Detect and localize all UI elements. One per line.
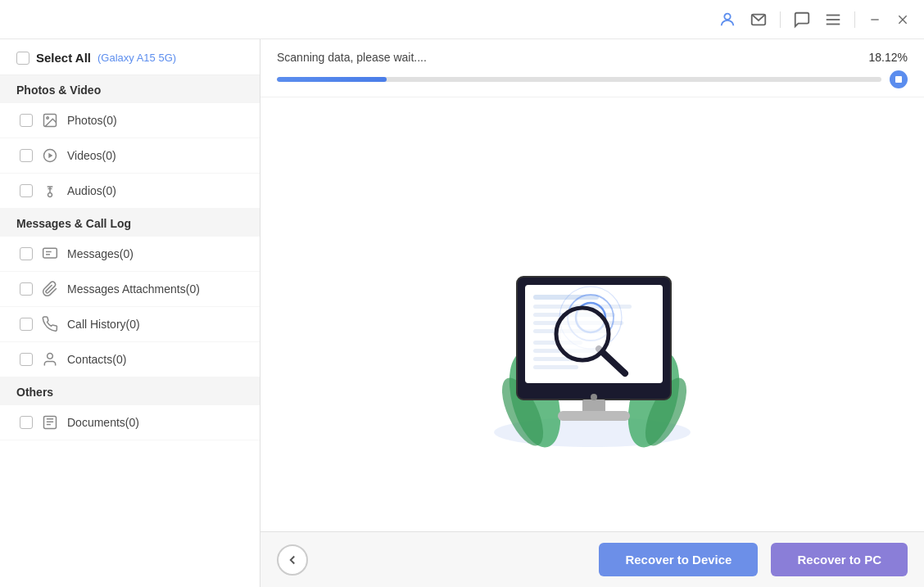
svg-point-12 — [48, 193, 52, 197]
photos-label: Photos(0) — [67, 114, 117, 127]
select-all-checkbox[interactable] — [16, 52, 29, 65]
stop-button[interactable] — [890, 70, 908, 88]
messages-label: Messages(0) — [67, 247, 134, 260]
svg-rect-40 — [582, 400, 605, 413]
title-bar-icons — [718, 10, 911, 29]
attachments-checkbox[interactable] — [20, 282, 33, 296]
photos-checkbox[interactable] — [20, 114, 33, 127]
svg-point-17 — [48, 354, 53, 359]
contacts-label: Contacts(0) — [67, 353, 126, 366]
svg-point-39 — [556, 308, 609, 360]
sidebar-item-audios[interactable]: Audios(0) — [0, 174, 260, 209]
menu-icon[interactable] — [823, 10, 843, 29]
divider2 — [854, 11, 855, 28]
svg-point-0 — [724, 13, 730, 19]
progress-header: Scanning data, please wait.... 18.12% — [277, 51, 908, 64]
video-icon — [41, 147, 59, 165]
svg-marker-11 — [48, 153, 52, 159]
minimize-button[interactable] — [867, 11, 883, 28]
svg-rect-41 — [558, 411, 630, 421]
svg-rect-14 — [43, 248, 57, 258]
back-button[interactable] — [277, 544, 308, 576]
contact-icon — [41, 350, 59, 368]
select-all-label: Select All — [36, 51, 91, 65]
scanning-text: Scanning data, please wait.... — [277, 51, 427, 64]
sidebar: Select All (Galaxy A15 5G) Photos & Vide… — [0, 39, 260, 587]
mail-icon[interactable] — [749, 10, 768, 29]
svg-point-42 — [591, 394, 597, 400]
attachment-icon — [41, 280, 59, 298]
videos-checkbox[interactable] — [20, 149, 33, 162]
photo-icon — [41, 111, 59, 129]
chat-icon[interactable] — [792, 10, 812, 29]
msg-attachments-label: Messages Attachments(0) — [67, 282, 200, 296]
call-history-checkbox[interactable] — [20, 318, 33, 331]
audios-checkbox[interactable] — [20, 184, 33, 197]
messages-checkbox[interactable] — [20, 247, 33, 260]
device-label: (Galaxy A15 5G) — [97, 52, 176, 64]
document-icon — [41, 413, 59, 431]
phone-icon — [41, 315, 59, 333]
stop-icon — [895, 76, 902, 83]
progress-fill — [277, 77, 387, 82]
close-button[interactable] — [895, 11, 911, 28]
message-icon — [41, 245, 59, 263]
svg-rect-18 — [44, 417, 57, 429]
videos-label: Videos(0) — [67, 149, 116, 162]
sidebar-item-documents[interactable]: Documents(0) — [0, 405, 260, 440]
documents-checkbox[interactable] — [20, 416, 33, 429]
bottom-bar: Recover to Device Recover to PC — [260, 531, 924, 587]
percent-text: 18.12% — [869, 51, 908, 64]
main-container: Select All (Galaxy A15 5G) Photos & Vide… — [0, 39, 924, 587]
select-all-row[interactable]: Select All (Galaxy A15 5G) — [0, 39, 260, 75]
recover-to-pc-button[interactable]: Recover to PC — [771, 543, 908, 576]
content-area: Scanning data, please wait.... 18.12% — [260, 39, 924, 587]
progress-track — [277, 77, 881, 82]
audios-label: Audios(0) — [67, 184, 116, 197]
illustration-area — [260, 97, 924, 587]
sidebar-item-messages[interactable]: Messages(0) — [0, 237, 260, 272]
divider — [780, 11, 781, 28]
sidebar-item-msg-attachments[interactable]: Messages Attachments(0) — [0, 272, 260, 307]
category-messages: Messages & Call Log — [0, 209, 260, 237]
audio-icon — [41, 182, 59, 200]
user-icon[interactable] — [718, 10, 737, 29]
category-others: Others — [0, 377, 260, 405]
call-history-label: Call History(0) — [67, 318, 140, 331]
documents-label: Documents(0) — [67, 416, 139, 429]
sidebar-item-photos[interactable]: Photos(0) — [0, 103, 260, 138]
sidebar-item-call-history[interactable]: Call History(0) — [0, 307, 260, 342]
recover-to-device-button[interactable]: Recover to Device — [599, 543, 758, 576]
svg-point-9 — [47, 117, 49, 120]
sidebar-item-contacts[interactable]: Contacts(0) — [0, 342, 260, 377]
category-photos-video: Photos & Video — [0, 75, 260, 103]
progress-row — [277, 70, 908, 88]
scanning-illustration — [461, 228, 723, 457]
progress-area: Scanning data, please wait.... 18.12% — [260, 39, 924, 97]
contacts-checkbox[interactable] — [20, 353, 33, 366]
svg-rect-34 — [533, 365, 578, 369]
title-bar — [0, 0, 924, 39]
sidebar-item-videos[interactable]: Videos(0) — [0, 138, 260, 174]
